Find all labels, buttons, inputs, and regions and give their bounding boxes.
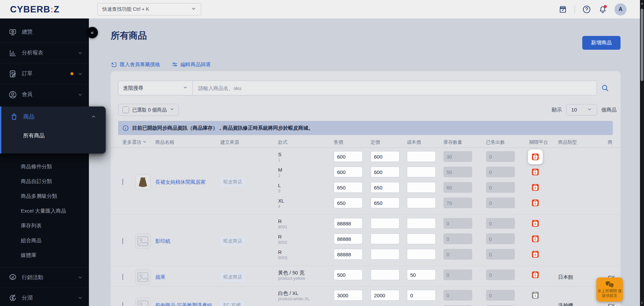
column-header[interactable]: 商品類型 bbox=[558, 139, 608, 145]
column-header[interactable]: 商 bbox=[608, 139, 621, 145]
scroll-down-arrow[interactable]: ▼ bbox=[640, 301, 644, 305]
product-name-link[interactable]: 蘋果 bbox=[155, 274, 165, 280]
column-header[interactable]: 款式 bbox=[278, 139, 334, 145]
select-all-checkbox[interactable] bbox=[122, 106, 129, 113]
sidebar-subitem[interactable]: Excel 大量匯入商品 bbox=[0, 204, 89, 218]
shopee-icon[interactable]: S bbox=[532, 184, 539, 191]
column-header[interactable]: 關聯平台 bbox=[529, 139, 558, 145]
svg-text:S: S bbox=[534, 156, 536, 159]
row-checkbox[interactable] bbox=[122, 274, 123, 280]
list-price-input[interactable] bbox=[371, 182, 399, 193]
cost-input[interactable] bbox=[407, 151, 436, 162]
list-price-input[interactable] bbox=[371, 269, 399, 280]
column-header[interactable]: 商品名稱 bbox=[155, 139, 220, 145]
sidebar-item-overview[interactable]: 總覽 bbox=[0, 22, 89, 43]
cost-input[interactable] bbox=[407, 269, 436, 280]
column-header[interactable]: 定價 bbox=[371, 139, 407, 145]
row-checkbox[interactable] bbox=[122, 238, 123, 244]
list-price-input[interactable] bbox=[371, 218, 399, 229]
sidebar-products-flyout: 商品 所有商品 bbox=[0, 106, 106, 154]
sidebar-item-all-products[interactable]: 所有商品 bbox=[1, 127, 106, 145]
sidebar-subitem[interactable]: 商品條件分類 bbox=[0, 159, 89, 174]
product-name-link[interactable]: 長裙女純棉休閒風居家 bbox=[155, 179, 206, 185]
sidebar-item-products[interactable]: 商品 bbox=[1, 106, 106, 127]
quick-search-dropdown[interactable]: 快速查找功能 Ctrl + K bbox=[97, 3, 201, 15]
price-input[interactable] bbox=[334, 182, 363, 193]
price-input[interactable] bbox=[334, 167, 363, 177]
price-input[interactable] bbox=[334, 233, 363, 244]
page-scrollbar[interactable]: ▲ ▼ bbox=[640, 0, 644, 306]
shopee-icon[interactable]: S bbox=[532, 169, 539, 175]
column-header[interactable]: 更多選項 bbox=[122, 139, 155, 145]
scroll-up-arrow[interactable]: ▲ bbox=[640, 2, 644, 5]
price-input[interactable] bbox=[334, 198, 363, 208]
column-header[interactable]: 庫存數量 bbox=[443, 139, 486, 145]
sidebar-subitem[interactable]: 庫存列表 bbox=[0, 218, 89, 233]
list-price-input[interactable] bbox=[371, 233, 399, 244]
price-input[interactable] bbox=[334, 249, 363, 260]
sidebar-item-orders[interactable]: 訂單 bbox=[0, 63, 89, 84]
cost-input[interactable] bbox=[407, 290, 436, 301]
sidebar-subitem[interactable]: 組合商品 bbox=[0, 233, 89, 248]
list-price-input[interactable] bbox=[371, 198, 399, 208]
table-row: 蘋果蝦皮商店黃色 / 50 克product-yellowS日本館CY bbox=[111, 266, 621, 287]
price-input[interactable] bbox=[334, 269, 363, 280]
list-price-input[interactable] bbox=[371, 249, 399, 260]
sidebar-subitem[interactable]: 商品自訂分類 bbox=[0, 174, 89, 189]
selected-products-dropdown[interactable]: 已選取 0 個商品 bbox=[118, 104, 179, 116]
add-product-button[interactable]: 新增商品 bbox=[582, 36, 621, 50]
list-price-input[interactable] bbox=[371, 290, 399, 301]
edit-product-filter-link[interactable]: 編輯商品篩選 bbox=[171, 61, 211, 68]
source-cell: 蝦皮商店 bbox=[220, 273, 278, 281]
storefront-icon[interactable] bbox=[558, 5, 567, 14]
list-price-input[interactable] bbox=[371, 167, 399, 177]
column-header[interactable]: 成本價 bbox=[407, 139, 443, 145]
avatar[interactable]: A bbox=[614, 3, 627, 15]
cyberbiz-logo[interactable]: CYBERB:Z bbox=[10, 4, 60, 15]
advanced-search-dropdown[interactable]: 進階搜尋 bbox=[118, 81, 193, 95]
product-name-link[interactable]: 影印紙 bbox=[155, 238, 170, 244]
price-input[interactable] bbox=[334, 290, 363, 301]
price-input[interactable] bbox=[334, 218, 363, 229]
shopee-icon[interactable]: S bbox=[532, 200, 539, 206]
sidebar-item-profit[interactable]: 分潤 bbox=[0, 288, 89, 306]
cost-input[interactable] bbox=[407, 182, 436, 193]
sold-input-column bbox=[486, 290, 529, 306]
shopee-icon[interactable]: S bbox=[532, 251, 539, 258]
cost-input[interactable] bbox=[407, 218, 436, 229]
price-input[interactable] bbox=[334, 151, 363, 162]
import-member-price-link[interactable]: 匯入會員專屬價格 bbox=[111, 61, 160, 68]
product-search-input[interactable] bbox=[193, 81, 597, 95]
sidebar-item-members[interactable]: 會員 bbox=[0, 84, 89, 105]
sidebar-item-marketing[interactable]: 行銷活動 bbox=[0, 267, 89, 288]
cost-input[interactable] bbox=[407, 249, 436, 260]
support-chat-widget[interactable]: 非上班期間 僅提供留言 bbox=[596, 277, 623, 302]
platform-slot: S bbox=[529, 269, 558, 285]
cost-input[interactable] bbox=[407, 233, 436, 244]
row-checkbox[interactable] bbox=[122, 302, 123, 306]
cost-input[interactable] bbox=[407, 167, 436, 177]
notifications-bell-icon[interactable] bbox=[598, 5, 607, 14]
variant-name: R bbox=[278, 218, 334, 224]
list-price-input[interactable] bbox=[371, 151, 399, 162]
scrollbar-thumb[interactable] bbox=[641, 9, 643, 81]
sidebar-item-analytics[interactable]: 分析報表 bbox=[0, 43, 89, 63]
shopee-icon[interactable]: S bbox=[532, 154, 539, 160]
row-checkbox[interactable] bbox=[122, 179, 123, 185]
help-icon[interactable] bbox=[582, 5, 591, 14]
sidebar-subitem[interactable]: 媒體庫 bbox=[0, 248, 89, 263]
variant-sku: 8001 bbox=[278, 224, 334, 230]
sidebar-collapse-button[interactable]: « bbox=[87, 27, 98, 38]
column-header[interactable]: 建立來源 bbox=[220, 139, 278, 145]
column-header[interactable]: 已售出數 bbox=[486, 139, 529, 145]
search-icon[interactable] bbox=[601, 84, 609, 92]
page-size-select[interactable]: 10 bbox=[566, 104, 597, 116]
column-header[interactable]: 售價 bbox=[334, 139, 371, 145]
sidebar-subitem[interactable]: 商品多層級分類 bbox=[0, 189, 89, 204]
shopee-icon[interactable]: S bbox=[532, 271, 539, 278]
shopee-icon[interactable]: S bbox=[532, 292, 539, 299]
product-name-link[interactable]: 範例商品:完美雕塑淨膚組 bbox=[155, 302, 212, 306]
shopee-icon[interactable]: S bbox=[532, 235, 539, 242]
shopee-icon[interactable]: S bbox=[532, 220, 539, 227]
cost-input[interactable] bbox=[407, 198, 436, 208]
